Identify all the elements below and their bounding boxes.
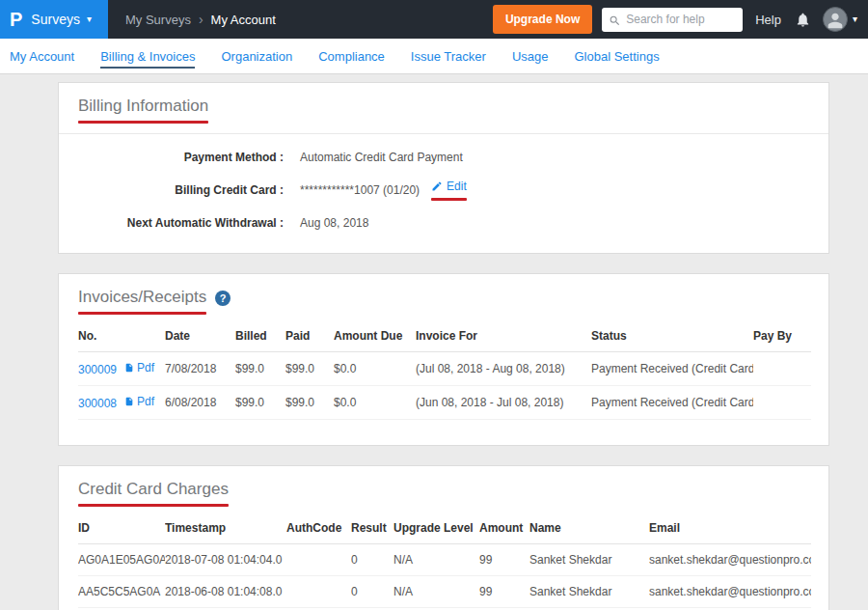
charges-header-row: ID Timestamp AuthCode Result Upgrade Lev…: [78, 513, 811, 544]
charge-amount-cell: 99: [479, 576, 529, 608]
help-link[interactable]: Help: [755, 13, 781, 27]
invoice-status-cell: Payment Received (Credit Card): [591, 386, 753, 420]
annotation-underline: [78, 121, 208, 124]
tab-organization[interactable]: Organization: [221, 49, 292, 64]
charge-upgrade-level-cell: N/A: [393, 576, 479, 608]
edit-pencil-icon: [431, 180, 443, 192]
breadcrumb-separator-icon: ›: [199, 12, 203, 27]
edit-credit-card-link[interactable]: Edit: [431, 180, 467, 193]
col-amount: Amount: [479, 513, 529, 544]
billing-credit-card-value: ************1007 (01/20): [300, 183, 420, 197]
charge-authcode-cell: [286, 576, 351, 608]
invoice-status-cell: Payment Received (Credit Card): [591, 352, 753, 386]
invoice-amount-due-cell: $0.0: [334, 352, 416, 386]
breadcrumb-my-surveys[interactable]: My Surveys: [125, 13, 191, 27]
col-paid: Paid: [285, 320, 334, 352]
invoice-no-cell: 300009Pdf: [78, 352, 165, 386]
col-no: No.: [78, 320, 165, 352]
table-row: 300009Pdf 7/08/2018 $99.0 $99.0 $0.0 (Ju…: [78, 352, 811, 386]
tab-usage[interactable]: Usage: [512, 49, 549, 64]
charge-id-cell: AA5C5C5AG0A: [78, 576, 165, 608]
help-icon[interactable]: ?: [215, 291, 231, 306]
search-input[interactable]: [602, 8, 743, 32]
tab-issue-tracker[interactable]: Issue Tracker: [411, 49, 486, 64]
col-authcode: AuthCode: [286, 513, 351, 544]
col-date: Date: [165, 320, 235, 352]
tab-global-settings[interactable]: Global Settings: [574, 49, 659, 64]
top-bar: P Surveys ▾ My Surveys › My Account Upgr…: [0, 0, 868, 39]
invoice-date-cell: 6/08/2018: [165, 386, 235, 420]
col-upgrade-level: Upgrade Level: [393, 513, 479, 544]
upgrade-now-button[interactable]: Upgrade Now: [493, 5, 592, 34]
invoice-number-link[interactable]: 300008: [78, 397, 117, 410]
charges-table: ID Timestamp AuthCode Result Upgrade Lev…: [78, 513, 811, 608]
charge-timestamp-cell: 2018-07-08 01:04:04.0: [165, 544, 286, 576]
col-name: Name: [529, 513, 649, 544]
payment-method-value: Automatic Credit Card Payment: [300, 151, 463, 164]
notifications-bell-icon[interactable]: [795, 12, 811, 28]
charge-name-cell: Sanket Shekdar: [529, 576, 649, 608]
table-row: AG0A1E05AG0A 2018-07-08 01:04:04.0 0 N/A…: [78, 544, 811, 576]
credit-card-charges-card: Credit Card Charges ID Timestamp AuthCod…: [58, 465, 829, 610]
account-menu[interactable]: ▾: [823, 7, 857, 32]
col-email: Email: [649, 513, 811, 544]
charges-title: Credit Card Charges: [78, 480, 229, 498]
pdf-file-icon: [124, 396, 134, 407]
help-search: [602, 8, 743, 32]
billing-information-card: Billing Information Payment Method : Aut…: [58, 82, 829, 254]
col-invoice-for: Invoice For: [416, 320, 591, 352]
col-pay-by: Pay By: [753, 320, 811, 352]
charge-upgrade-level-cell: N/A: [393, 544, 479, 576]
invoice-for-cell: (Jun 08, 2018 - Jul 08, 2018): [416, 386, 591, 420]
tab-compliance[interactable]: Compliance: [318, 49, 385, 64]
invoice-pdf-link[interactable]: Pdf: [124, 395, 154, 408]
charge-timestamp-cell: 2018-06-08 01:04:08.0: [165, 576, 286, 608]
charge-amount-cell: 99: [479, 544, 529, 576]
invoices-title-wrap: Invoices/Receipts: [78, 288, 206, 315]
billing-credit-card-label: Billing Credit Card :: [78, 183, 284, 197]
charge-result-cell: 0: [351, 576, 393, 608]
invoices-title: Invoices/Receipts: [78, 288, 206, 306]
invoice-billed-cell: $99.0: [235, 386, 285, 420]
chevron-down-icon: ▾: [87, 14, 92, 24]
chevron-down-icon: ▾: [853, 14, 857, 24]
col-status: Status: [591, 320, 753, 352]
payment-method-label: Payment Method :: [78, 151, 284, 164]
app-switcher-surveys[interactable]: P Surveys ▾: [0, 0, 108, 39]
billing-information-title: Billing Information: [78, 97, 208, 115]
invoice-billed-cell: $99.0: [235, 352, 285, 386]
charge-authcode-cell: [286, 544, 351, 576]
charge-email-cell: sanket.shekdar@questionpro.com: [649, 576, 811, 608]
annotation-underline: [431, 198, 467, 201]
charges-title-wrap: Credit Card Charges: [78, 480, 229, 507]
charge-result-cell: 0: [351, 544, 393, 576]
invoice-amount-due-cell: $0.0: [334, 386, 416, 420]
next-withdrawal-label: Next Automatic Withdrawal :: [78, 216, 284, 230]
billing-credit-card-row: Billing Credit Card : ************1007 (…: [78, 172, 809, 208]
invoice-date-cell: 7/08/2018: [165, 352, 235, 386]
invoices-receipts-card: Invoices/Receipts ? No. Date Billed Paid…: [58, 273, 829, 446]
invoice-no-cell: 300008Pdf: [78, 386, 165, 420]
next-withdrawal-value: Aug 08, 2018: [300, 216, 368, 230]
pdf-file-icon: [124, 362, 134, 374]
col-timestamp: Timestamp: [165, 513, 286, 544]
invoices-header-row: No. Date Billed Paid Amount Due Invoice …: [78, 320, 811, 352]
table-row: AA5C5C5AG0A 2018-06-08 01:04:08.0 0 N/A …: [78, 576, 811, 608]
invoice-paid-cell: $99.0: [285, 352, 334, 386]
avatar: [823, 7, 848, 32]
invoice-number-link[interactable]: 300009: [78, 363, 117, 376]
charge-name-cell: Sanket Shekdar: [529, 544, 649, 576]
annotation-underline: [78, 504, 229, 507]
questionpro-logo: P: [10, 9, 22, 31]
app-menu-label: Surveys: [31, 12, 80, 27]
breadcrumb: My Surveys › My Account: [125, 12, 276, 27]
payment-method-row: Payment Method : Automatic Credit Card P…: [78, 143, 809, 172]
account-nav: My Account Billing & Invoices Organizati…: [0, 39, 868, 74]
invoice-pdf-link[interactable]: Pdf: [124, 361, 154, 374]
invoice-pay-by-cell: [753, 352, 811, 386]
tab-billing-invoices[interactable]: Billing & Invoices: [100, 49, 195, 64]
invoices-table: No. Date Billed Paid Amount Due Invoice …: [78, 320, 811, 420]
tab-my-account[interactable]: My Account: [10, 49, 74, 64]
billing-information-title-wrap: Billing Information: [78, 97, 208, 124]
table-row: 300008Pdf 6/08/2018 $99.0 $99.0 $0.0 (Ju…: [78, 386, 811, 420]
